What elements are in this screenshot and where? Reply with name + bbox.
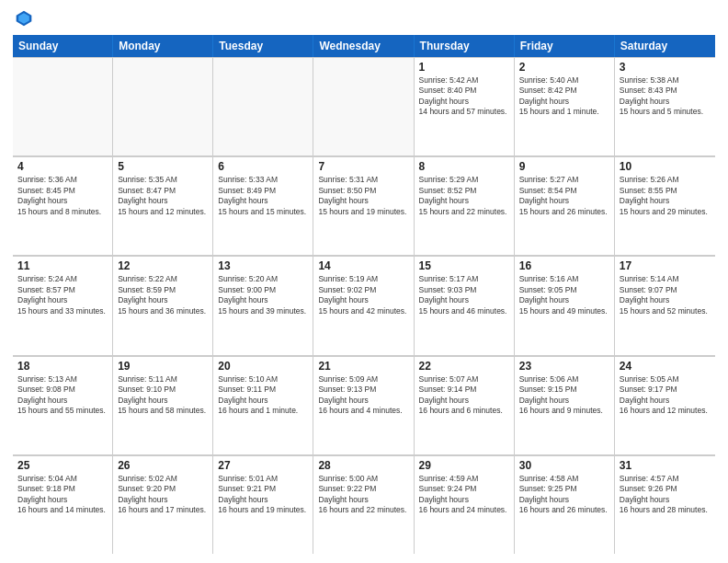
calendar-row-1: 1 Sunrise: 5:42 AM Sunset: 8:40 PM Dayli… [13, 57, 715, 156]
day-number: 1 [419, 61, 509, 74]
logo-icon [15, 9, 33, 28]
day-number: 6 [218, 160, 308, 173]
day-header-saturday: Saturday [615, 35, 715, 57]
day-info: Sunrise: 5:27 AM Sunset: 8:54 PM Dayligh… [519, 175, 609, 217]
day-number: 24 [620, 360, 711, 373]
day-info: Sunrise: 5:10 AM Sunset: 9:11 PM Dayligh… [218, 374, 308, 417]
day-info: Sunrise: 5:22 AM Sunset: 8:59 PM Dayligh… [118, 274, 208, 316]
day-info: Sunrise: 5:40 AM Sunset: 8:42 PM Dayligh… [519, 75, 609, 118]
day-number: 5 [118, 160, 208, 173]
day-cell-8: 8 Sunrise: 5:29 AM Sunset: 8:52 PM Dayli… [415, 156, 515, 255]
day-number: 4 [17, 160, 108, 173]
day-number: 27 [218, 459, 308, 472]
day-info: Sunrise: 4:57 AM Sunset: 9:26 PM Dayligh… [620, 474, 711, 516]
day-info: Sunrise: 5:14 AM Sunset: 9:07 PM Dayligh… [620, 274, 711, 316]
day-info: Sunrise: 5:17 AM Sunset: 9:03 PM Dayligh… [419, 274, 509, 316]
day-number: 7 [318, 160, 408, 173]
day-number: 25 [17, 459, 108, 472]
calendar-row-3: 11 Sunrise: 5:24 AM Sunset: 8:57 PM Dayl… [13, 256, 715, 355]
calendar-body: 1 Sunrise: 5:42 AM Sunset: 8:40 PM Dayli… [13, 57, 715, 554]
day-info: Sunrise: 5:02 AM Sunset: 9:20 PM Dayligh… [118, 474, 208, 516]
day-number: 26 [118, 459, 208, 472]
day-cell-26: 26 Sunrise: 5:02 AM Sunset: 9:20 PM Dayl… [113, 455, 213, 554]
day-info: Sunrise: 5:07 AM Sunset: 9:14 PM Dayligh… [419, 374, 509, 417]
header [13, 9, 715, 28]
day-info: Sunrise: 5:11 AM Sunset: 9:10 PM Dayligh… [118, 374, 208, 417]
day-number: 18 [17, 360, 108, 373]
day-number: 2 [519, 61, 609, 74]
day-number: 12 [118, 259, 208, 272]
day-number: 9 [519, 160, 609, 173]
day-cell-3: 3 Sunrise: 5:38 AM Sunset: 8:43 PM Dayli… [615, 57, 715, 155]
empty-cell [13, 57, 113, 155]
day-cell-12: 12 Sunrise: 5:22 AM Sunset: 8:59 PM Dayl… [113, 256, 213, 354]
day-cell-6: 6 Sunrise: 5:33 AM Sunset: 8:49 PM Dayli… [213, 156, 313, 255]
day-cell-21: 21 Sunrise: 5:09 AM Sunset: 9:13 PM Dayl… [313, 356, 414, 454]
day-cell-31: 31 Sunrise: 4:57 AM Sunset: 9:26 PM Dayl… [615, 455, 715, 554]
logo [13, 9, 33, 28]
day-cell-5: 5 Sunrise: 5:35 AM Sunset: 8:47 PM Dayli… [113, 156, 213, 255]
day-cell-23: 23 Sunrise: 5:06 AM Sunset: 9:15 PM Dayl… [515, 356, 615, 454]
day-info: Sunrise: 5:33 AM Sunset: 8:49 PM Dayligh… [218, 175, 308, 217]
day-cell-25: 25 Sunrise: 5:04 AM Sunset: 9:18 PM Dayl… [13, 455, 113, 554]
day-info: Sunrise: 5:36 AM Sunset: 8:45 PM Dayligh… [17, 175, 108, 217]
day-cell-15: 15 Sunrise: 5:17 AM Sunset: 9:03 PM Dayl… [415, 256, 515, 354]
day-info: Sunrise: 5:42 AM Sunset: 8:40 PM Dayligh… [419, 75, 509, 118]
day-number: 31 [620, 459, 711, 472]
day-info: Sunrise: 5:05 AM Sunset: 9:17 PM Dayligh… [620, 374, 711, 417]
day-info: Sunrise: 5:01 AM Sunset: 9:21 PM Dayligh… [218, 474, 308, 516]
day-number: 30 [519, 459, 609, 472]
day-number: 11 [17, 259, 108, 272]
day-cell-22: 22 Sunrise: 5:07 AM Sunset: 9:14 PM Dayl… [415, 356, 515, 454]
day-cell-2: 2 Sunrise: 5:40 AM Sunset: 8:42 PM Dayli… [515, 57, 615, 155]
day-info: Sunrise: 5:19 AM Sunset: 9:02 PM Dayligh… [318, 274, 408, 316]
calendar-row-5: 25 Sunrise: 5:04 AM Sunset: 9:18 PM Dayl… [13, 455, 715, 554]
day-number: 23 [519, 360, 609, 373]
day-info: Sunrise: 5:09 AM Sunset: 9:13 PM Dayligh… [318, 374, 408, 417]
calendar: SundayMondayTuesdayWednesdayThursdayFrid… [13, 35, 715, 554]
day-cell-18: 18 Sunrise: 5:13 AM Sunset: 9:08 PM Dayl… [13, 356, 113, 454]
day-cell-29: 29 Sunrise: 4:59 AM Sunset: 9:24 PM Dayl… [415, 455, 515, 554]
day-number: 15 [419, 259, 509, 272]
day-info: Sunrise: 5:24 AM Sunset: 8:57 PM Dayligh… [17, 274, 108, 316]
day-info: Sunrise: 5:26 AM Sunset: 8:55 PM Dayligh… [620, 175, 711, 217]
day-cell-20: 20 Sunrise: 5:10 AM Sunset: 9:11 PM Dayl… [213, 356, 313, 454]
day-cell-16: 16 Sunrise: 5:16 AM Sunset: 9:05 PM Dayl… [515, 256, 615, 354]
day-info: Sunrise: 5:20 AM Sunset: 9:00 PM Dayligh… [218, 274, 308, 316]
day-number: 22 [419, 360, 509, 373]
day-info: Sunrise: 4:59 AM Sunset: 9:24 PM Dayligh… [419, 474, 509, 516]
day-info: Sunrise: 5:35 AM Sunset: 8:47 PM Dayligh… [118, 175, 208, 217]
day-cell-30: 30 Sunrise: 4:58 AM Sunset: 9:25 PM Dayl… [515, 455, 615, 554]
day-number: 21 [318, 360, 408, 373]
calendar-row-2: 4 Sunrise: 5:36 AM Sunset: 8:45 PM Dayli… [13, 156, 715, 256]
day-info: Sunrise: 5:38 AM Sunset: 8:43 PM Dayligh… [620, 75, 711, 118]
day-info: Sunrise: 5:29 AM Sunset: 8:52 PM Dayligh… [419, 175, 509, 217]
day-cell-9: 9 Sunrise: 5:27 AM Sunset: 8:54 PM Dayli… [515, 156, 615, 255]
day-header-tuesday: Tuesday [213, 35, 313, 57]
empty-cell [313, 57, 414, 155]
day-info: Sunrise: 5:04 AM Sunset: 9:18 PM Dayligh… [17, 474, 108, 516]
day-number: 13 [218, 259, 308, 272]
day-number: 19 [118, 360, 208, 373]
day-cell-1: 1 Sunrise: 5:42 AM Sunset: 8:40 PM Dayli… [415, 57, 515, 155]
day-header-monday: Monday [113, 35, 213, 57]
day-info: Sunrise: 5:06 AM Sunset: 9:15 PM Dayligh… [519, 374, 609, 417]
day-cell-19: 19 Sunrise: 5:11 AM Sunset: 9:10 PM Dayl… [113, 356, 213, 454]
day-header-thursday: Thursday [415, 35, 515, 57]
day-cell-28: 28 Sunrise: 5:00 AM Sunset: 9:22 PM Dayl… [313, 455, 414, 554]
day-cell-4: 4 Sunrise: 5:36 AM Sunset: 8:45 PM Dayli… [13, 156, 113, 255]
day-cell-10: 10 Sunrise: 5:26 AM Sunset: 8:55 PM Dayl… [615, 156, 715, 255]
empty-cell [213, 57, 313, 155]
day-number: 16 [519, 259, 609, 272]
day-number: 28 [318, 459, 408, 472]
day-cell-17: 17 Sunrise: 5:14 AM Sunset: 9:07 PM Dayl… [615, 256, 715, 354]
day-number: 29 [419, 459, 509, 472]
day-cell-27: 27 Sunrise: 5:01 AM Sunset: 9:21 PM Dayl… [213, 455, 313, 554]
day-number: 3 [620, 61, 711, 74]
day-info: Sunrise: 5:00 AM Sunset: 9:22 PM Dayligh… [318, 474, 408, 516]
calendar-row-4: 18 Sunrise: 5:13 AM Sunset: 9:08 PM Dayl… [13, 356, 715, 455]
day-info: Sunrise: 4:58 AM Sunset: 9:25 PM Dayligh… [519, 474, 609, 516]
day-info: Sunrise: 5:16 AM Sunset: 9:05 PM Dayligh… [519, 274, 609, 316]
page: SundayMondayTuesdayWednesdayThursdayFrid… [0, 0, 728, 563]
day-cell-7: 7 Sunrise: 5:31 AM Sunset: 8:50 PM Dayli… [313, 156, 414, 255]
